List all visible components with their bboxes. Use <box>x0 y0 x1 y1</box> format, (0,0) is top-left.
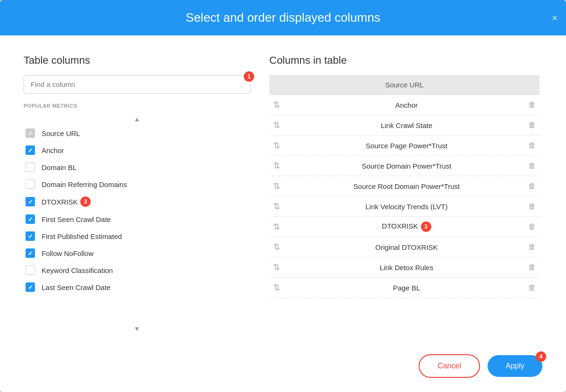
drag-handle-icon[interactable]: ⇅ <box>273 282 280 293</box>
delete-icon[interactable]: 🗑 <box>528 283 536 292</box>
drag-handle-icon[interactable]: ⇅ <box>273 262 280 273</box>
checkbox <box>26 128 35 138</box>
list-item-label: First Seen Crawl Date <box>42 215 111 223</box>
drag-handle-icon[interactable]: ⇅ <box>273 140 280 151</box>
list-item[interactable]: DTOXRISK2 <box>24 193 249 211</box>
list-item-label: Anchor <box>42 146 64 154</box>
table-columns-inner: Source URL ⇅Anchor🗑⇅Link Crawl State🗑⇅So… <box>269 75 542 335</box>
checkbox <box>26 197 35 206</box>
table-header-row: Source URL <box>269 75 540 95</box>
columns-list-wrap: ▲ Source URLAnchorDomain BLDomain Referr… <box>24 113 250 335</box>
list-item-label: Keyword Classification <box>42 266 113 274</box>
scroll-down-arrow[interactable]: ▼ <box>24 323 250 334</box>
modal-footer: Cancel Apply 4 <box>0 345 566 392</box>
apply-button[interactable]: Apply <box>488 355 542 377</box>
list-item[interactable]: First Published Estimated <box>24 228 249 245</box>
right-panel-title: Columns in table <box>269 54 542 67</box>
col-row-label: Link Crawl State <box>285 121 528 129</box>
list-item[interactable]: Domain BL <box>24 159 249 176</box>
checkbox <box>26 145 35 155</box>
drag-handle-icon[interactable]: ⇅ <box>273 120 280 130</box>
list-item[interactable]: Anchor <box>24 142 249 159</box>
drag-handle-icon[interactable]: ⇅ <box>273 100 280 110</box>
drag-handle-icon[interactable]: ⇅ <box>273 161 280 171</box>
drag-handle-icon[interactable]: ⇅ <box>273 222 280 232</box>
delete-icon[interactable]: 🗑 <box>528 101 536 109</box>
list-item[interactable]: Last Seen Crawl Date <box>24 279 249 296</box>
checkbox <box>26 248 35 258</box>
table-row: ⇅Source Page Power*Trust🗑 <box>269 136 540 156</box>
table-row: ⇅Anchor🗑 <box>269 95 540 115</box>
search-input[interactable] <box>24 75 250 94</box>
table-row: ⇅Link Velocity Trends (LVT)🗑 <box>269 196 540 217</box>
col-row-label: Source Root Domain Power*Trust <box>285 182 528 190</box>
list-item-label: Domain Referring Domains <box>42 180 127 188</box>
list-item-label: Domain BL <box>42 163 77 171</box>
delete-icon[interactable]: 🗑 <box>528 222 536 231</box>
drag-handle-icon[interactable]: ⇅ <box>273 242 280 252</box>
col-row-label: Link Velocity Trends (LVT) <box>285 203 528 211</box>
checkbox <box>26 282 35 292</box>
table-row: ⇅Source Domain Power*Trust🗑 <box>269 156 540 176</box>
table-row: ⇅Link Crawl State🗑 <box>269 115 540 136</box>
table-columns-wrap: Source URL ⇅Anchor🗑⇅Link Crawl State🗑⇅So… <box>269 75 542 335</box>
modal: Select and order displayed columns × Tab… <box>0 0 566 392</box>
list-item-label: Source URL <box>42 129 80 137</box>
col-row-label: DTOXRISK3 <box>285 222 528 232</box>
col-row-label: Page BL <box>285 284 528 292</box>
item-badge: 2 <box>80 196 91 207</box>
search-container: 1 <box>24 75 250 94</box>
columns-list: Source URLAnchorDomain BLDomain Referrin… <box>24 125 250 323</box>
delete-icon[interactable]: 🗑 <box>528 141 536 150</box>
delete-icon[interactable]: 🗑 <box>528 182 536 190</box>
modal-header: Select and order displayed columns × <box>0 0 566 35</box>
drag-handle-icon[interactable]: ⇅ <box>273 181 280 191</box>
table-row: ⇅DTOXRISK3🗑 <box>269 217 540 237</box>
apply-button-wrap: Apply 4 <box>488 355 542 377</box>
scroll-up-arrow[interactable]: ▲ <box>24 113 250 125</box>
delete-icon[interactable]: 🗑 <box>528 162 536 170</box>
checkbox <box>26 231 35 241</box>
drag-handle-icon[interactable]: ⇅ <box>273 201 280 212</box>
table-row: ⇅Page BL🗑 <box>269 278 540 298</box>
col-row-label: Link Detox Rules <box>285 264 528 272</box>
checkbox <box>26 265 35 275</box>
modal-title: Select and order displayed columns <box>186 10 380 25</box>
list-item[interactable]: Domain Referring Domains <box>24 176 249 193</box>
list-item-label: Last Seen Crawl Date <box>42 283 111 291</box>
list-item[interactable]: Keyword Classification <box>24 262 249 279</box>
list-item[interactable]: Follow NoFollow <box>24 245 249 262</box>
delete-icon[interactable]: 🗑 <box>528 121 536 129</box>
section-label: POPULAR METRICS <box>24 103 250 109</box>
col-row-label: Original DTOXRISK <box>285 243 528 251</box>
row-badge: 3 <box>421 222 431 232</box>
left-panel-title: Table columns <box>24 54 250 67</box>
col-row-label: Source Domain Power*Trust <box>285 162 528 170</box>
list-item-label: First Published Estimated <box>42 232 122 240</box>
table-row: ⇅Original DTOXRISK🗑 <box>269 237 540 257</box>
modal-body: Table columns 1 POPULAR METRICS ▲ Source… <box>0 35 566 345</box>
right-panel: Columns in table Source URL ⇅Anchor🗑⇅Lin… <box>269 54 542 335</box>
delete-icon[interactable]: 🗑 <box>528 202 536 211</box>
col-row-label: Anchor <box>285 101 528 109</box>
list-item[interactable]: Source URL <box>24 125 249 142</box>
col-row-label: Source Page Power*Trust <box>285 142 528 150</box>
delete-icon[interactable]: 🗑 <box>528 243 536 251</box>
cancel-button[interactable]: Cancel <box>419 354 480 378</box>
delete-icon[interactable]: 🗑 <box>528 263 536 272</box>
list-item-label: DTOXRISK2 <box>42 196 91 207</box>
list-item-label: Follow NoFollow <box>42 249 94 257</box>
search-badge: 1 <box>244 71 254 82</box>
close-icon[interactable]: × <box>552 12 557 23</box>
checkbox <box>26 179 35 189</box>
left-panel: Table columns 1 POPULAR METRICS ▲ Source… <box>24 54 250 335</box>
table-row: ⇅Link Detox Rules🗑 <box>269 257 540 278</box>
table-row: ⇅Source Root Domain Power*Trust🗑 <box>269 176 540 196</box>
checkbox <box>26 162 35 172</box>
apply-badge: 4 <box>536 351 546 362</box>
list-item[interactable]: First Seen Crawl Date <box>24 211 249 228</box>
checkbox <box>26 214 35 224</box>
